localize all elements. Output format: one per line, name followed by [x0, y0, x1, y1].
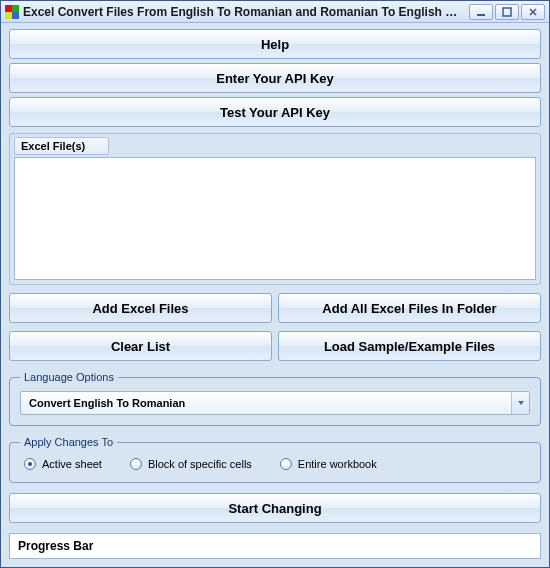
radio-active-sheet-label: Active sheet: [42, 458, 102, 470]
radio-block-cells[interactable]: Block of specific cells: [130, 458, 252, 470]
radio-block-cells-label: Block of specific cells: [148, 458, 252, 470]
add-excel-files-button[interactable]: Add Excel Files: [9, 293, 272, 323]
language-combobox-value: Convert English To Romanian: [21, 397, 511, 409]
titlebar: Excel Convert Files From English To Roma…: [1, 1, 549, 23]
file-list-header[interactable]: Excel File(s): [14, 137, 109, 155]
load-sample-files-button[interactable]: Load Sample/Example Files: [278, 331, 541, 361]
radio-entire-workbook[interactable]: Entire workbook: [280, 458, 377, 470]
add-all-in-folder-button[interactable]: Add All Excel Files In Folder: [278, 293, 541, 323]
svg-rect-0: [477, 14, 485, 16]
app-icon: [5, 5, 19, 19]
radio-entire-workbook-label: Entire workbook: [298, 458, 377, 470]
enter-api-key-button[interactable]: Enter Your API Key: [9, 63, 541, 93]
language-options-group: Language Options Convert English To Roma…: [9, 371, 541, 426]
minimize-icon: [476, 7, 486, 17]
file-list[interactable]: [14, 157, 536, 280]
help-button[interactable]: Help: [9, 29, 541, 59]
chevron-down-icon: [511, 392, 529, 414]
progress-bar-label: Progress Bar: [18, 539, 93, 553]
app-window: Excel Convert Files From English To Roma…: [0, 0, 550, 568]
apply-changes-legend: Apply Changes To: [20, 436, 117, 448]
clear-list-button[interactable]: Clear List: [9, 331, 272, 361]
language-combobox[interactable]: Convert English To Romanian: [20, 391, 530, 415]
client-area: Help Enter Your API Key Test Your API Ke…: [1, 23, 549, 567]
close-icon: [528, 7, 538, 17]
test-api-key-button[interactable]: Test Your API Key: [9, 97, 541, 127]
radio-dot-icon: [130, 458, 142, 470]
progress-bar: Progress Bar: [9, 533, 541, 559]
file-list-panel: Excel File(s): [9, 133, 541, 285]
radio-dot-icon: [280, 458, 292, 470]
apply-changes-group: Apply Changes To Active sheet Block of s…: [9, 436, 541, 483]
svg-rect-1: [503, 8, 511, 16]
apply-radio-group: Active sheet Block of specific cells Ent…: [20, 456, 530, 472]
start-changing-button[interactable]: Start Changing: [9, 493, 541, 523]
minimize-button[interactable]: [469, 4, 493, 20]
maximize-button[interactable]: [495, 4, 519, 20]
window-title: Excel Convert Files From English To Roma…: [23, 5, 463, 19]
radio-dot-icon: [24, 458, 36, 470]
language-options-legend: Language Options: [20, 371, 118, 383]
radio-active-sheet[interactable]: Active sheet: [24, 458, 102, 470]
maximize-icon: [502, 7, 512, 17]
close-button[interactable]: [521, 4, 545, 20]
window-controls: [469, 4, 545, 20]
